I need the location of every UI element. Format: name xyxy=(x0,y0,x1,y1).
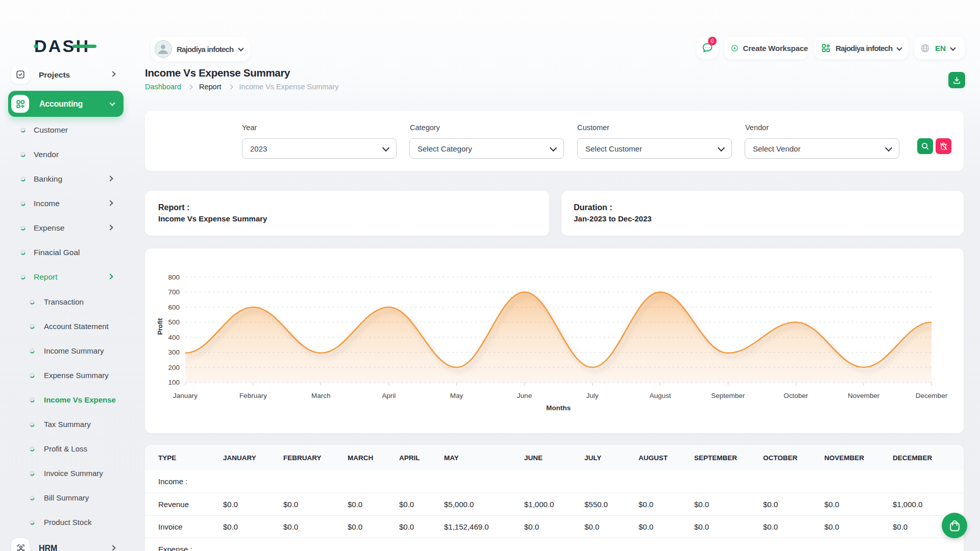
svg-text:August: August xyxy=(649,392,671,399)
svg-text:June: June xyxy=(517,392,532,399)
svg-text:January: January xyxy=(173,392,198,399)
svg-text:500: 500 xyxy=(168,318,180,326)
svg-text:April: April xyxy=(382,392,396,399)
svg-text:100: 100 xyxy=(168,379,180,386)
svg-text:December: December xyxy=(916,392,948,399)
svg-text:200: 200 xyxy=(168,364,180,371)
svg-text:800: 800 xyxy=(168,273,180,281)
svg-text:400: 400 xyxy=(168,334,180,341)
svg-text:May: May xyxy=(450,392,463,399)
svg-text:November: November xyxy=(848,392,880,399)
svg-text:February: February xyxy=(239,392,267,399)
svg-text:600: 600 xyxy=(168,304,180,311)
svg-text:Months: Months xyxy=(546,404,571,412)
svg-text:300: 300 xyxy=(168,348,180,356)
svg-text:October: October xyxy=(783,392,808,399)
svg-text:March: March xyxy=(311,392,331,399)
svg-text:700: 700 xyxy=(168,288,180,296)
svg-text:Profit: Profit xyxy=(157,318,164,335)
svg-text:July: July xyxy=(586,392,598,399)
svg-text:September: September xyxy=(711,392,745,399)
